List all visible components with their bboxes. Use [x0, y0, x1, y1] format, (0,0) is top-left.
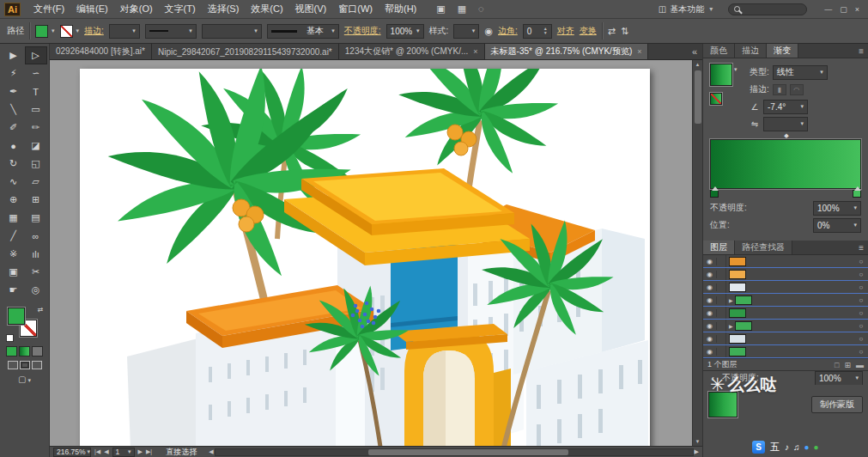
- visibility-toggle-icon[interactable]: ◉: [703, 348, 717, 356]
- align-objects-icon[interactable]: ⇄: [608, 26, 616, 37]
- expand-arrow-icon[interactable]: ▶: [729, 323, 733, 329]
- scroll-down-icon[interactable]: ▼: [695, 439, 701, 444]
- direct-selection-tool[interactable]: ▷: [25, 46, 47, 64]
- draw-normal-button[interactable]: [8, 361, 18, 369]
- document-tab-1[interactable]: Nipic_29842067_20190829115439732000.ai*: [152, 44, 339, 59]
- arrange-documents-icon[interactable]: ▣: [436, 3, 445, 15]
- delete-layer-icon[interactable]: ▬: [856, 361, 864, 369]
- zoom-tool[interactable]: ◎: [25, 281, 47, 299]
- make-clipping-mask-icon[interactable]: □: [835, 361, 839, 369]
- document-tab-0[interactable]: 02926484000 [转换].ai*: [50, 44, 152, 59]
- lock-cell[interactable]: [717, 268, 726, 280]
- stroke-weight-field[interactable]: ▾: [109, 24, 140, 39]
- panel-menu-icon[interactable]: ≡: [854, 44, 868, 58]
- paintbrush-tool[interactable]: ✐: [3, 119, 25, 137]
- ime-icon-1[interactable]: ♫: [793, 442, 800, 452]
- line-segment-tool[interactable]: ╲: [3, 101, 25, 119]
- opacity-field[interactable]: 100%▾: [386, 24, 424, 39]
- artboard-tool[interactable]: ▣: [3, 263, 25, 281]
- tab-color[interactable]: 颜色: [703, 44, 735, 58]
- gradient-stroke-swatch[interactable]: [710, 93, 722, 105]
- draw-inside-button[interactable]: [32, 361, 42, 369]
- lasso-tool[interactable]: ∽: [25, 64, 47, 82]
- document-tab-3[interactable]: 未标题-35* @ 216.75% (CMYK/预览)×: [485, 44, 649, 59]
- swap-fill-stroke-icon[interactable]: ⇄: [38, 306, 44, 314]
- search-input[interactable]: [728, 3, 807, 15]
- scrollbar-thumb[interactable]: [695, 70, 701, 124]
- target-circle-icon[interactable]: ○: [854, 322, 868, 330]
- horizontal-scrollbar[interactable]: ◀ ▶: [209, 448, 699, 456]
- lock-cell[interactable]: [717, 307, 726, 319]
- blob-brush-tool[interactable]: ●: [3, 137, 25, 155]
- stroke-gradient-within-icon[interactable]: ▮: [773, 84, 786, 95]
- opacity-panel-link[interactable]: 不透明度:: [344, 25, 381, 37]
- stroke-style-dropdown[interactable]: 基本▾: [267, 24, 339, 39]
- document-layout-icon[interactable]: ▦: [458, 3, 466, 15]
- gradient-swatch[interactable]: [710, 64, 732, 86]
- recolor-artwork-icon[interactable]: ◉: [484, 26, 493, 37]
- pen-tool[interactable]: ✒: [3, 82, 25, 101]
- scroll-up-icon[interactable]: ▲: [695, 62, 701, 67]
- gradient-slider[interactable]: ◆: [710, 139, 861, 189]
- minimize-button[interactable]: —: [824, 5, 832, 14]
- gradient-tool[interactable]: ▤: [25, 209, 47, 227]
- lock-cell[interactable]: [717, 281, 726, 293]
- menu-item-3[interactable]: 文字(T): [159, 3, 202, 15]
- slice-tool[interactable]: ✂: [25, 263, 47, 281]
- symbol-sprayer-tool[interactable]: ※: [3, 245, 25, 263]
- visibility-toggle-icon[interactable]: ◉: [703, 335, 717, 343]
- first-artboard-icon[interactable]: |◀: [94, 448, 100, 455]
- app-logo[interactable]: Ai: [4, 3, 21, 16]
- ime-mode-label[interactable]: 五: [770, 441, 780, 454]
- new-layer-icon[interactable]: ⊞: [844, 361, 851, 369]
- scale-tool[interactable]: ◱: [25, 155, 47, 173]
- menu-item-7[interactable]: 窗口(W): [332, 3, 379, 15]
- fill-color-swatch[interactable]: ▾: [35, 25, 55, 38]
- visibility-toggle-icon[interactable]: ◉: [703, 322, 717, 330]
- canvas-pasteboard[interactable]: ▲ ▼: [50, 60, 702, 446]
- width-tool[interactable]: ∿: [3, 173, 25, 191]
- layer-row-6[interactable]: ◉○: [703, 332, 868, 345]
- menu-item-6[interactable]: 视图(V): [289, 3, 333, 15]
- target-circle-icon[interactable]: ○: [854, 283, 868, 291]
- panel-menu-icon[interactable]: ≡: [854, 241, 868, 254]
- prev-artboard-icon[interactable]: ◀: [104, 448, 108, 455]
- transparency-opacity-field[interactable]: 100%▾: [815, 371, 863, 386]
- zoom-level-dropdown[interactable]: 216.75%▾: [53, 448, 91, 457]
- target-circle-icon[interactable]: ○: [854, 335, 868, 343]
- workspace-switcher[interactable]: ◫ 基本功能 ▾: [652, 3, 719, 15]
- last-artboard-icon[interactable]: ▶|: [146, 448, 152, 455]
- ime-icon-0[interactable]: ♪: [785, 442, 789, 452]
- transform-panel-link[interactable]: 变换: [580, 25, 597, 37]
- perspective-grid-tool[interactable]: ⊞: [25, 191, 47, 209]
- target-circle-icon[interactable]: ○: [854, 296, 868, 304]
- column-graph-tool[interactable]: ılı: [25, 245, 47, 263]
- ime-toolbar[interactable]: S 五 ♪♫●●: [752, 439, 819, 455]
- scroll-right-icon[interactable]: ▶: [695, 448, 699, 455]
- target-circle-icon[interactable]: ○: [854, 348, 868, 356]
- pencil-tool[interactable]: ✏: [25, 119, 47, 137]
- width-profile-dropdown[interactable]: ▾: [202, 24, 262, 39]
- gradient-type-dropdown[interactable]: 线性▾: [773, 65, 828, 80]
- cs-live-icon[interactable]: ◌: [478, 3, 484, 15]
- visibility-toggle-icon[interactable]: ◉: [703, 271, 717, 278]
- menu-item-2[interactable]: 对象(O): [114, 3, 159, 15]
- target-circle-icon[interactable]: ○: [854, 271, 868, 278]
- lock-cell[interactable]: [717, 320, 726, 332]
- scrollbar-thumb[interactable]: [368, 449, 569, 455]
- corner-field[interactable]: 0▲▼: [523, 24, 552, 39]
- shape-builder-tool[interactable]: ⊕: [3, 191, 25, 209]
- gradient-midpoint-marker[interactable]: ◆: [784, 132, 788, 139]
- gradient-stop-end[interactable]: [853, 190, 861, 198]
- rotate-tool[interactable]: ↻: [3, 155, 25, 173]
- artboard-number-field[interactable]: 1▾: [112, 448, 135, 457]
- menu-item-5[interactable]: 效果(C): [245, 3, 288, 15]
- chevron-down-icon[interactable]: ▾: [734, 66, 737, 72]
- selection-tool[interactable]: ▶: [3, 46, 25, 64]
- transparency-thumbnail[interactable]: [708, 392, 737, 417]
- lock-cell[interactable]: [717, 294, 726, 306]
- layer-row-4[interactable]: ◉○: [703, 307, 868, 320]
- gradient-button[interactable]: [19, 346, 30, 356]
- tab-gradient[interactable]: 渐变: [767, 44, 798, 58]
- ime-icon-3[interactable]: ●: [814, 442, 819, 452]
